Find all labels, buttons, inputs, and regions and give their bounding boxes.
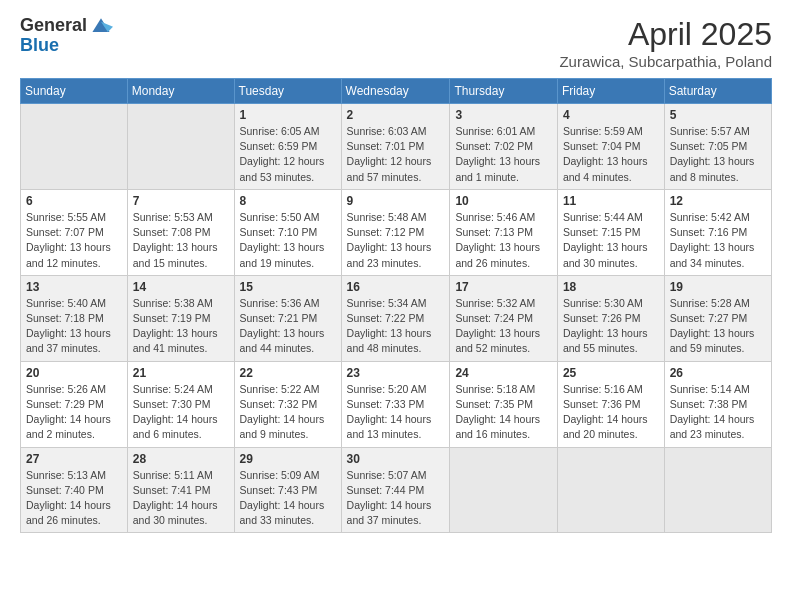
day-number: 1 [240, 108, 336, 122]
calendar-week-3: 20Sunrise: 5:26 AM Sunset: 7:29 PM Dayli… [21, 361, 772, 447]
calendar-cell: 27Sunrise: 5:13 AM Sunset: 7:40 PM Dayli… [21, 447, 128, 533]
col-tuesday: Tuesday [234, 79, 341, 104]
calendar-cell: 26Sunrise: 5:14 AM Sunset: 7:38 PM Dayli… [664, 361, 771, 447]
calendar-cell: 25Sunrise: 5:16 AM Sunset: 7:36 PM Dayli… [557, 361, 664, 447]
day-number: 10 [455, 194, 552, 208]
calendar-cell: 13Sunrise: 5:40 AM Sunset: 7:18 PM Dayli… [21, 275, 128, 361]
day-info: Sunrise: 5:11 AM Sunset: 7:41 PM Dayligh… [133, 468, 229, 529]
day-number: 3 [455, 108, 552, 122]
day-number: 21 [133, 366, 229, 380]
logo-general: General [20, 16, 87, 36]
day-number: 2 [347, 108, 445, 122]
day-number: 23 [347, 366, 445, 380]
day-number: 4 [563, 108, 659, 122]
day-number: 18 [563, 280, 659, 294]
calendar-cell [21, 104, 128, 190]
day-number: 19 [670, 280, 766, 294]
calendar-cell: 12Sunrise: 5:42 AM Sunset: 7:16 PM Dayli… [664, 189, 771, 275]
page: General Blue April 2025 Zurawica, Subcar… [0, 0, 792, 612]
calendar-cell: 18Sunrise: 5:30 AM Sunset: 7:26 PM Dayli… [557, 275, 664, 361]
calendar-header-row: Sunday Monday Tuesday Wednesday Thursday… [21, 79, 772, 104]
calendar-week-1: 6Sunrise: 5:55 AM Sunset: 7:07 PM Daylig… [21, 189, 772, 275]
title-block: April 2025 Zurawica, Subcarpathia, Polan… [559, 16, 772, 70]
col-saturday: Saturday [664, 79, 771, 104]
day-info: Sunrise: 5:34 AM Sunset: 7:22 PM Dayligh… [347, 296, 445, 357]
calendar-cell: 30Sunrise: 5:07 AM Sunset: 7:44 PM Dayli… [341, 447, 450, 533]
calendar-cell: 24Sunrise: 5:18 AM Sunset: 7:35 PM Dayli… [450, 361, 558, 447]
day-info: Sunrise: 5:36 AM Sunset: 7:21 PM Dayligh… [240, 296, 336, 357]
day-number: 6 [26, 194, 122, 208]
calendar-cell: 7Sunrise: 5:53 AM Sunset: 7:08 PM Daylig… [127, 189, 234, 275]
calendar-cell: 1Sunrise: 6:05 AM Sunset: 6:59 PM Daylig… [234, 104, 341, 190]
calendar-week-4: 27Sunrise: 5:13 AM Sunset: 7:40 PM Dayli… [21, 447, 772, 533]
day-info: Sunrise: 5:14 AM Sunset: 7:38 PM Dayligh… [670, 382, 766, 443]
calendar-cell: 5Sunrise: 5:57 AM Sunset: 7:05 PM Daylig… [664, 104, 771, 190]
day-info: Sunrise: 6:01 AM Sunset: 7:02 PM Dayligh… [455, 124, 552, 185]
day-info: Sunrise: 5:30 AM Sunset: 7:26 PM Dayligh… [563, 296, 659, 357]
day-number: 24 [455, 366, 552, 380]
calendar-cell: 20Sunrise: 5:26 AM Sunset: 7:29 PM Dayli… [21, 361, 128, 447]
col-wednesday: Wednesday [341, 79, 450, 104]
day-info: Sunrise: 6:05 AM Sunset: 6:59 PM Dayligh… [240, 124, 336, 185]
day-number: 25 [563, 366, 659, 380]
day-number: 14 [133, 280, 229, 294]
calendar-week-0: 1Sunrise: 6:05 AM Sunset: 6:59 PM Daylig… [21, 104, 772, 190]
header: General Blue April 2025 Zurawica, Subcar… [20, 16, 772, 70]
calendar-cell: 22Sunrise: 5:22 AM Sunset: 7:32 PM Dayli… [234, 361, 341, 447]
day-info: Sunrise: 5:18 AM Sunset: 7:35 PM Dayligh… [455, 382, 552, 443]
day-info: Sunrise: 5:09 AM Sunset: 7:43 PM Dayligh… [240, 468, 336, 529]
calendar-cell [557, 447, 664, 533]
logo: General Blue [20, 16, 113, 56]
calendar-cell: 8Sunrise: 5:50 AM Sunset: 7:10 PM Daylig… [234, 189, 341, 275]
day-info: Sunrise: 5:38 AM Sunset: 7:19 PM Dayligh… [133, 296, 229, 357]
calendar-cell: 10Sunrise: 5:46 AM Sunset: 7:13 PM Dayli… [450, 189, 558, 275]
col-sunday: Sunday [21, 79, 128, 104]
calendar-cell: 15Sunrise: 5:36 AM Sunset: 7:21 PM Dayli… [234, 275, 341, 361]
day-number: 20 [26, 366, 122, 380]
calendar-cell: 2Sunrise: 6:03 AM Sunset: 7:01 PM Daylig… [341, 104, 450, 190]
calendar-cell: 19Sunrise: 5:28 AM Sunset: 7:27 PM Dayli… [664, 275, 771, 361]
calendar-table: Sunday Monday Tuesday Wednesday Thursday… [20, 78, 772, 533]
day-number: 27 [26, 452, 122, 466]
col-monday: Monday [127, 79, 234, 104]
day-number: 9 [347, 194, 445, 208]
col-friday: Friday [557, 79, 664, 104]
day-info: Sunrise: 5:42 AM Sunset: 7:16 PM Dayligh… [670, 210, 766, 271]
day-number: 17 [455, 280, 552, 294]
day-info: Sunrise: 5:44 AM Sunset: 7:15 PM Dayligh… [563, 210, 659, 271]
day-info: Sunrise: 5:07 AM Sunset: 7:44 PM Dayligh… [347, 468, 445, 529]
calendar-cell: 3Sunrise: 6:01 AM Sunset: 7:02 PM Daylig… [450, 104, 558, 190]
calendar-cell: 17Sunrise: 5:32 AM Sunset: 7:24 PM Dayli… [450, 275, 558, 361]
day-number: 11 [563, 194, 659, 208]
day-info: Sunrise: 5:32 AM Sunset: 7:24 PM Dayligh… [455, 296, 552, 357]
calendar-cell: 11Sunrise: 5:44 AM Sunset: 7:15 PM Dayli… [557, 189, 664, 275]
day-info: Sunrise: 5:40 AM Sunset: 7:18 PM Dayligh… [26, 296, 122, 357]
day-number: 29 [240, 452, 336, 466]
day-number: 8 [240, 194, 336, 208]
calendar-cell: 16Sunrise: 5:34 AM Sunset: 7:22 PM Dayli… [341, 275, 450, 361]
calendar-cell: 14Sunrise: 5:38 AM Sunset: 7:19 PM Dayli… [127, 275, 234, 361]
day-info: Sunrise: 6:03 AM Sunset: 7:01 PM Dayligh… [347, 124, 445, 185]
month-title: April 2025 [559, 16, 772, 53]
calendar-cell: 28Sunrise: 5:11 AM Sunset: 7:41 PM Dayli… [127, 447, 234, 533]
calendar-cell: 23Sunrise: 5:20 AM Sunset: 7:33 PM Dayli… [341, 361, 450, 447]
day-number: 28 [133, 452, 229, 466]
day-info: Sunrise: 5:46 AM Sunset: 7:13 PM Dayligh… [455, 210, 552, 271]
day-number: 5 [670, 108, 766, 122]
day-number: 13 [26, 280, 122, 294]
day-info: Sunrise: 5:50 AM Sunset: 7:10 PM Dayligh… [240, 210, 336, 271]
day-number: 30 [347, 452, 445, 466]
day-number: 26 [670, 366, 766, 380]
col-thursday: Thursday [450, 79, 558, 104]
day-number: 15 [240, 280, 336, 294]
day-info: Sunrise: 5:28 AM Sunset: 7:27 PM Dayligh… [670, 296, 766, 357]
day-info: Sunrise: 5:53 AM Sunset: 7:08 PM Dayligh… [133, 210, 229, 271]
day-number: 16 [347, 280, 445, 294]
day-info: Sunrise: 5:20 AM Sunset: 7:33 PM Dayligh… [347, 382, 445, 443]
day-number: 7 [133, 194, 229, 208]
logo-blue: Blue [20, 36, 113, 56]
day-info: Sunrise: 5:16 AM Sunset: 7:36 PM Dayligh… [563, 382, 659, 443]
calendar-cell: 29Sunrise: 5:09 AM Sunset: 7:43 PM Dayli… [234, 447, 341, 533]
calendar-cell: 6Sunrise: 5:55 AM Sunset: 7:07 PM Daylig… [21, 189, 128, 275]
calendar-cell: 9Sunrise: 5:48 AM Sunset: 7:12 PM Daylig… [341, 189, 450, 275]
